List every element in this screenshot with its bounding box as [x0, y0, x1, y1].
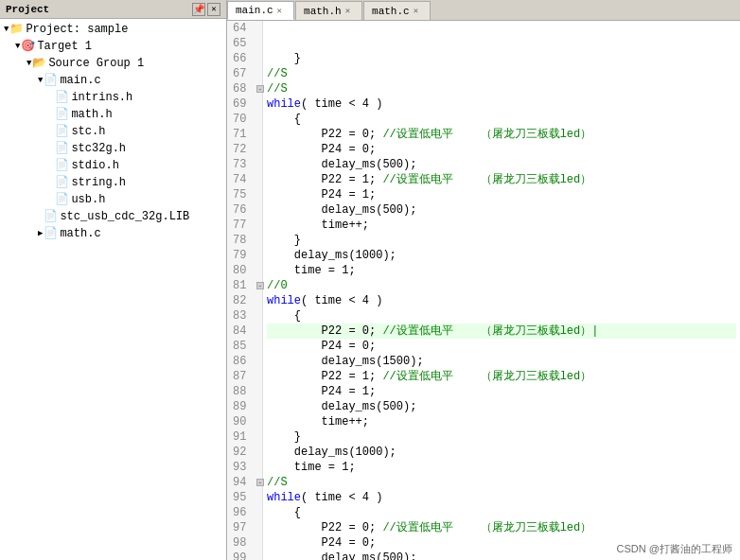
tree-item[interactable]: ▶📄math.h: [0, 106, 226, 123]
line-number-row: 84: [233, 324, 256, 339]
expand-icon[interactable]: ▼: [4, 22, 9, 37]
line-number-row: 67: [233, 66, 256, 81]
tab-close-btn[interactable]: ✕: [345, 6, 350, 16]
tree-node-icon: 📄: [44, 73, 58, 88]
line-number-row: 92: [233, 445, 256, 460]
project-tree: ▼📁Project: sample▼🎯Target 1▼📂Source Grou…: [0, 19, 226, 560]
code-content[interactable]: } //S //S while( time < 4 ) { P22 = 0; /…: [263, 21, 740, 560]
tree-node-label: stc_usb_cdc_32g.LIB: [60, 209, 189, 224]
code-line: }: [267, 429, 736, 445]
tree-item[interactable]: ▼📄main.c: [0, 72, 226, 89]
line-number-row: 85: [233, 339, 256, 354]
tab-label: main.c: [236, 5, 273, 16]
tree-item[interactable]: ▶📄stc32g.h: [0, 140, 226, 157]
line-number-row: 95: [233, 490, 256, 505]
tab-close-btn[interactable]: ✕: [414, 6, 418, 16]
tree-node-label: intrins.h: [71, 90, 132, 105]
tree-node-icon: 🎯: [21, 39, 35, 54]
tree-item[interactable]: ▼📁Project: sample: [0, 21, 226, 38]
line-number-row: 98: [233, 535, 256, 551]
tree-node-label: string.h: [71, 175, 126, 190]
tab-math-c[interactable]: math.c✕: [363, 1, 431, 20]
tree-item[interactable]: ▼🎯Target 1: [0, 38, 226, 55]
line-number-row: 76: [233, 202, 256, 218]
line-number-row: 83: [233, 308, 256, 324]
tab-bar: main.c✕math.h✕math.c✕: [227, 0, 740, 21]
sidebar-titlebar: Project 📌 ✕: [0, 0, 226, 19]
expand-icon[interactable]: ▼: [15, 39, 20, 54]
line-number-row: 71: [233, 127, 256, 142]
line-number-row: 74: [233, 172, 256, 187]
tab-label: math.h: [304, 6, 342, 17]
code-line: while( time < 4 ): [267, 293, 736, 308]
tree-node-label: Source Group 1: [48, 56, 144, 71]
code-line: P22 = 1; //设置低电平 （屠龙刀三板载led）: [267, 172, 736, 187]
line-number-row: 88: [233, 384, 256, 399]
app-container: Project 📌 ✕ ▼📁Project: sample▼🎯Target 1▼…: [0, 0, 740, 560]
sidebar-pin-btn[interactable]: 📌: [192, 3, 205, 16]
code-line: }: [267, 233, 736, 248]
tree-item[interactable]: ▶📄intrins.h: [0, 89, 226, 106]
watermark: CSDN @打酱油的工程师: [617, 542, 732, 556]
tree-item[interactable]: ▶📄stdio.h: [0, 157, 226, 174]
tree-item[interactable]: ▶📄string.h: [0, 174, 226, 191]
code-line: P22 = 0; //设置低电平 （屠龙刀三板载led）: [267, 127, 736, 142]
sidebar-close-btn[interactable]: ✕: [207, 3, 220, 16]
line-number-row: 77: [233, 218, 256, 233]
expand-icon[interactable]: ▼: [38, 73, 43, 88]
line-number-row: 99: [233, 551, 256, 560]
tree-item[interactable]: ▶📄stc_usb_cdc_32g.LIB: [0, 208, 226, 225]
code-line: time = 1;: [267, 263, 736, 278]
line-number-row: 65: [233, 36, 256, 51]
code-line: delay_ms(500);: [267, 202, 736, 218]
expand-icon[interactable]: ▶: [38, 226, 43, 241]
line-number-row: 73: [233, 157, 256, 172]
tree-node-label: stc32g.h: [71, 141, 126, 156]
fold-marker[interactable]: -: [256, 85, 264, 93]
line-number-row: 86: [233, 354, 256, 369]
code-line: while( time < 4 ): [267, 96, 736, 112]
code-line: {: [267, 505, 736, 520]
code-line: //0: [267, 278, 736, 293]
code-line: P24 = 1;: [267, 384, 736, 399]
line-number-row: 96: [233, 505, 256, 520]
tree-node-icon: 📄: [55, 107, 69, 122]
code-line: time = 1;: [267, 460, 736, 475]
code-line: //S: [267, 475, 736, 490]
code-line: {: [267, 308, 736, 324]
fold-marker[interactable]: -: [256, 479, 264, 486]
expand-icon[interactable]: ▼: [26, 56, 31, 71]
code-line: delay_ms(500);: [267, 399, 736, 414]
tab-math-h[interactable]: math.h✕: [295, 1, 362, 20]
tree-node-label: math.c: [60, 226, 100, 241]
tree-item[interactable]: ▶📄math.c: [0, 225, 226, 242]
code-view: 6465666768-69707172737475767778798081-82…: [227, 21, 740, 560]
code-line: delay_ms(1500);: [267, 354, 736, 369]
tree-item[interactable]: ▼📂Source Group 1: [0, 55, 226, 72]
tree-node-icon: 📂: [32, 56, 46, 71]
line-number-row: 89: [233, 399, 256, 414]
tree-node-icon: 📄: [55, 124, 69, 139]
line-number-row: 90: [233, 414, 256, 429]
line-number-row: 66: [233, 51, 256, 66]
code-line: while( time < 4 ): [267, 490, 736, 505]
tab-main-c[interactable]: main.c✕: [227, 1, 294, 20]
code-line: delay_ms(1000);: [267, 445, 736, 460]
line-number-row: 97: [233, 520, 256, 535]
line-number-row: 94-: [233, 475, 256, 490]
tree-node-label: usb.h: [71, 192, 105, 207]
line-number-row: 79: [233, 248, 256, 263]
tree-node-icon: 📄: [44, 209, 58, 224]
tree-item[interactable]: ▶📄usb.h: [0, 191, 226, 208]
code-line: {: [267, 112, 736, 127]
tab-close-btn[interactable]: ✕: [277, 6, 282, 16]
tree-item[interactable]: ▶📄stc.h: [0, 123, 226, 140]
tree-node-icon: 📄: [55, 175, 69, 190]
code-line: time++;: [267, 218, 736, 233]
fold-marker[interactable]: -: [256, 282, 264, 289]
tree-node-label: stdio.h: [71, 158, 118, 173]
tree-node-label: main.c: [60, 73, 100, 88]
code-line: //S: [267, 66, 736, 81]
code-line: delay_ms(1000);: [267, 248, 736, 263]
sidebar-title: Project: [6, 4, 49, 15]
